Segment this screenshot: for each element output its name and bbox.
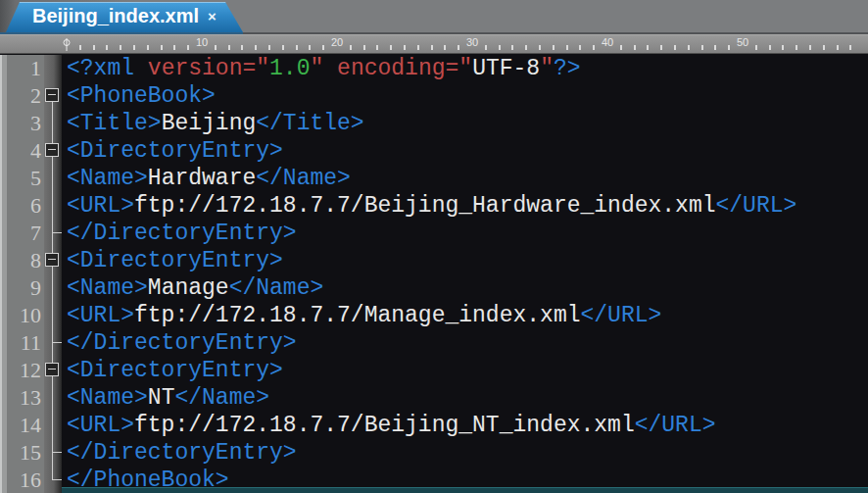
- fold-guide-line: [52, 123, 53, 137]
- fold-margin[interactable]: [44, 192, 62, 220]
- code-editor[interactable]: 1<?xml version=″1.0″ encoding=″UTF-8″?>2…: [0, 55, 868, 493]
- code-segment-txt: UTF-8: [472, 56, 540, 81]
- ruler-tick: [809, 45, 811, 50]
- code-segment-val: 1.0: [269, 56, 310, 81]
- ruler-tick: [187, 45, 189, 50]
- fold-toggle-icon[interactable]: [45, 143, 59, 157]
- code-line[interactable]: 15</DirectoryEntry>: [0, 439, 868, 467]
- fold-margin[interactable]: [44, 357, 62, 384]
- ruler-tick: [282, 45, 284, 50]
- fold-guide-line: [52, 412, 53, 425]
- ruler-tick: [404, 45, 406, 50]
- fold-margin[interactable]: [44, 165, 62, 192]
- ruler-tick: [511, 45, 513, 50]
- ruler-tick: [849, 45, 851, 50]
- code-line[interactable]: 5<Name>Hardware</Name>: [0, 165, 868, 192]
- fold-guide-line: [52, 425, 53, 439]
- fold-guide-line: [52, 479, 62, 480]
- ruler-tick: [837, 45, 839, 50]
- fold-margin[interactable]: [44, 137, 62, 165]
- ruler-origin-marker: [67, 38, 68, 51]
- ruler-tick: [215, 45, 217, 50]
- fold-guide-line: [52, 206, 53, 220]
- code-line[interactable]: 10<URL>ftp://172.18.7.7/Manage_index.xml…: [0, 302, 868, 329]
- line-number: 6: [7, 192, 44, 220]
- code-line[interactable]: 4<DirectoryEntry>: [0, 137, 868, 165]
- fold-margin[interactable]: [44, 82, 62, 110]
- ruler-tick: [714, 45, 716, 50]
- code-segment-tag: <Title>: [67, 111, 162, 136]
- fold-toggle-icon[interactable]: [45, 88, 59, 102]
- code-segment-tag: </Name>: [229, 275, 324, 301]
- code-segment-tag: </DirectoryEntry>: [67, 330, 297, 356]
- gutter-edge-strip: [0, 165, 7, 192]
- line-number: 1: [7, 55, 44, 82]
- code-segment-tag: <URL>: [67, 303, 134, 328]
- code-line[interactable]: 9<Name>Manage</Name>: [0, 274, 868, 302]
- fold-margin[interactable]: [44, 274, 62, 302]
- fold-guide-line: [52, 110, 53, 123]
- code-segment-tag: </URL>: [581, 303, 662, 328]
- line-number: 11: [7, 329, 44, 357]
- code-line[interactable]: 14<URL>ftp://172.18.7.7/Beijing_NT_index…: [0, 412, 868, 439]
- fold-guide-line: [52, 302, 53, 316]
- tab-beijing-index-xml[interactable]: Beijing_index.xml ×: [6, 2, 243, 32]
- tab-close-icon[interactable]: ×: [208, 8, 217, 25]
- fold-guide-line: [52, 384, 53, 398]
- fold-guide-line: [52, 232, 62, 233]
- code-text: <DirectoryEntry>: [62, 357, 868, 384]
- ruler-tick: [620, 45, 622, 50]
- ruler-number: 10: [196, 36, 208, 48]
- ruler-tick: [296, 45, 298, 50]
- gutter-edge-strip: [0, 329, 7, 357]
- code-line[interactable]: 8<DirectoryEntry>: [0, 247, 868, 274]
- fold-margin[interactable]: [44, 329, 62, 357]
- gutter-edge-strip: [0, 247, 7, 274]
- code-line[interactable]: 13<Name>NT</Name>: [0, 384, 868, 412]
- fold-margin[interactable]: [44, 302, 62, 329]
- gutter-edge-strip: [0, 357, 7, 384]
- gutter-edge-strip: [0, 412, 7, 439]
- ruler-number: 30: [466, 36, 478, 48]
- ruler-tick: [823, 45, 825, 50]
- code-text: </DirectoryEntry>: [62, 439, 868, 467]
- code-segment-tag: <URL>: [67, 413, 134, 438]
- fold-margin[interactable]: [44, 220, 62, 247]
- fold-guide-line: [52, 329, 53, 343]
- tab-title: Beijing_index.xml: [32, 5, 199, 27]
- ruler-tick: [147, 45, 149, 50]
- fold-margin[interactable]: [44, 55, 62, 82]
- ruler-number: 50: [737, 36, 748, 48]
- code-line[interactable]: 3<Title>Beijing</Title>: [0, 110, 868, 137]
- fold-margin[interactable]: [44, 467, 62, 493]
- line-number: 15: [7, 439, 44, 467]
- code-segment-tag: <Name>: [67, 166, 148, 191]
- fold-guide-line: [52, 343, 53, 357]
- ruler-tick: [539, 45, 541, 50]
- code-line[interactable]: 1<?xml version=″1.0″ encoding=″UTF-8″?>: [0, 55, 868, 82]
- code-line[interactable]: 12<DirectoryEntry>: [0, 357, 868, 384]
- code-line[interactable]: 2<PhoneBook>: [0, 82, 868, 110]
- gutter-edge-strip: [0, 220, 7, 247]
- fold-margin[interactable]: [44, 384, 62, 412]
- gutter-edge-strip: [0, 82, 7, 110]
- fold-guide-line: [52, 342, 62, 343]
- gutter-edge-strip: [0, 302, 7, 329]
- code-segment-tag: </Name>: [174, 385, 269, 411]
- fold-margin[interactable]: [44, 412, 62, 439]
- fold-margin[interactable]: [44, 439, 62, 467]
- fold-toggle-icon[interactable]: [45, 363, 59, 376]
- fold-margin[interactable]: [44, 247, 62, 274]
- gutter-edge-strip: [0, 439, 7, 467]
- fold-margin[interactable]: [44, 110, 62, 137]
- ruler-tick: [660, 45, 662, 50]
- code-line[interactable]: 6<URL>ftp://172.18.7.7/Beijing_Hardware_…: [0, 192, 868, 220]
- code-segment-tag: <?xml: [67, 56, 148, 81]
- code-text: <URL>ftp://172.18.7.7/Manage_index.xml</…: [62, 302, 868, 329]
- line-number: 12: [7, 357, 44, 384]
- code-line[interactable]: 11</DirectoryEntry>: [0, 329, 868, 357]
- ruler-tick: [350, 45, 352, 50]
- fold-toggle-icon[interactable]: [45, 253, 59, 267]
- ruler-tick: [579, 45, 581, 50]
- code-line[interactable]: 7</DirectoryEntry>: [0, 220, 868, 247]
